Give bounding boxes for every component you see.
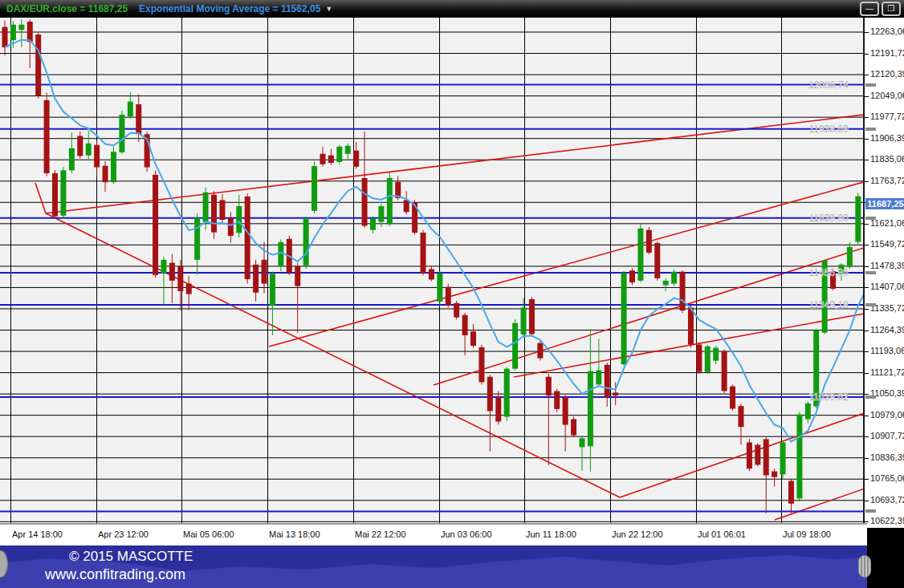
candle-body[interactable] [44, 100, 50, 173]
chart-plot[interactable]: 12086,7411938,6911639,9011456,8611349,18… [0, 18, 863, 523]
candle-body[interactable] [747, 443, 752, 469]
candle-body[interactable] [521, 307, 527, 334]
candle-body[interactable] [128, 102, 133, 117]
candle-body[interactable] [429, 269, 434, 279]
candle-body[interactable] [772, 472, 777, 477]
candle-body[interactable] [847, 247, 853, 267]
candle-body[interactable] [764, 439, 769, 475]
candle-body[interactable] [161, 260, 166, 274]
candle-body[interactable] [10, 25, 16, 40]
candle-body[interactable] [378, 206, 384, 222]
candle-body[interactable] [637, 229, 643, 281]
candle-body[interactable] [103, 166, 108, 182]
candle-body[interactable] [262, 260, 267, 284]
maximize-button[interactable]: ❒ [882, 2, 901, 16]
candle-body[interactable] [362, 178, 368, 226]
ema-line[interactable] [5, 40, 863, 442]
candle-body[interactable] [119, 115, 124, 152]
candle-body[interactable] [312, 166, 317, 211]
candle-body[interactable] [529, 299, 535, 335]
candle-body[interactable] [211, 195, 217, 233]
candle-body[interactable] [387, 178, 393, 225]
candle-body[interactable] [613, 392, 618, 395]
candle-body[interactable] [437, 274, 442, 302]
candle-body[interactable] [563, 397, 568, 425]
candle-body[interactable] [454, 303, 459, 318]
candle-body[interactable] [663, 281, 669, 286]
candle-body[interactable] [328, 156, 334, 163]
candle-body[interactable] [805, 403, 811, 420]
candle-body[interactable] [780, 443, 786, 475]
candle-body[interactable] [245, 197, 250, 279]
x-axis[interactable]: Apr 14 18:00Apr 23 12:00Mai 05 06:00Mai … [0, 523, 867, 545]
candle-body[interactable] [554, 391, 560, 409]
website-link[interactable]: www.confitrading.com [45, 566, 185, 583]
candle-body[interactable] [404, 200, 409, 212]
candle-body[interactable] [796, 415, 802, 499]
candle-body[interactable] [462, 315, 468, 335]
candle-body[interactable] [571, 420, 576, 436]
trendline[interactable] [35, 183, 46, 213]
candle-body[interactable] [478, 347, 484, 383]
candle-body[interactable] [186, 284, 192, 294]
resize-grip-icon[interactable] [858, 555, 871, 578]
candle-body[interactable] [629, 270, 635, 282]
candle-body[interactable] [228, 218, 234, 236]
candle-body[interactable] [512, 323, 518, 369]
candle-body[interactable] [111, 152, 116, 182]
candle-body[interactable] [738, 406, 743, 427]
candle-body[interactable] [18, 25, 24, 30]
candle-body[interactable] [153, 175, 158, 275]
candle-body[interactable] [588, 371, 593, 447]
candle-body[interactable] [722, 351, 727, 391]
y-axis[interactable]: 12263,0612191,7212120,3912049,0611977,72… [863, 18, 904, 528]
candle-body[interactable] [60, 170, 66, 216]
candle-body[interactable] [421, 233, 426, 274]
candle-body[interactable] [303, 218, 309, 266]
candle-body[interactable] [77, 136, 83, 156]
candle-body[interactable] [713, 348, 719, 361]
candle-body[interactable] [203, 193, 209, 222]
candle-body[interactable] [320, 154, 325, 164]
trendline[interactable] [434, 235, 863, 385]
chevron-down-icon[interactable]: ▼ [325, 5, 332, 13]
candle-body[interactable] [86, 144, 92, 156]
candle-body[interactable] [788, 481, 794, 504]
candle-body[interactable] [688, 307, 694, 344]
candle-body[interactable] [696, 345, 702, 372]
minimize-button[interactable]: — [860, 2, 879, 16]
candle-body[interactable] [2, 27, 8, 47]
candle-body[interactable] [855, 197, 861, 242]
candle-body[interactable] [495, 397, 501, 422]
candle-body[interactable] [546, 377, 552, 395]
candle-body[interactable] [236, 206, 242, 233]
candle-body[interactable] [370, 219, 376, 230]
trendline[interactable] [46, 213, 620, 497]
candle-body[interactable] [446, 287, 451, 306]
candle-body[interactable] [579, 438, 584, 447]
candle-body[interactable] [654, 243, 660, 278]
candle-body[interactable] [596, 370, 601, 384]
candle-body[interactable] [487, 377, 493, 412]
candle-body[interactable] [705, 347, 711, 372]
candle-body[interactable] [69, 148, 75, 171]
candle-body[interactable] [177, 266, 183, 291]
candle-body[interactable] [219, 200, 225, 220]
candle-body[interactable] [169, 263, 175, 281]
candle-body[interactable] [253, 265, 259, 293]
candle-body[interactable] [470, 331, 476, 346]
candle-body[interactable] [295, 266, 300, 286]
trendline[interactable] [46, 110, 863, 213]
candle-body[interactable] [94, 145, 100, 168]
candle-body[interactable] [336, 147, 342, 162]
candle-body[interactable] [621, 273, 627, 364]
candle-body[interactable] [680, 272, 686, 310]
trendline[interactable] [269, 171, 863, 347]
candle-body[interactable] [194, 218, 200, 260]
candle-body[interactable] [353, 151, 359, 167]
candle-body[interactable] [605, 365, 610, 397]
candle-body[interactable] [671, 272, 677, 284]
candle-body[interactable] [504, 369, 510, 417]
candle-body[interactable] [755, 444, 760, 464]
candle-body[interactable] [52, 173, 58, 217]
